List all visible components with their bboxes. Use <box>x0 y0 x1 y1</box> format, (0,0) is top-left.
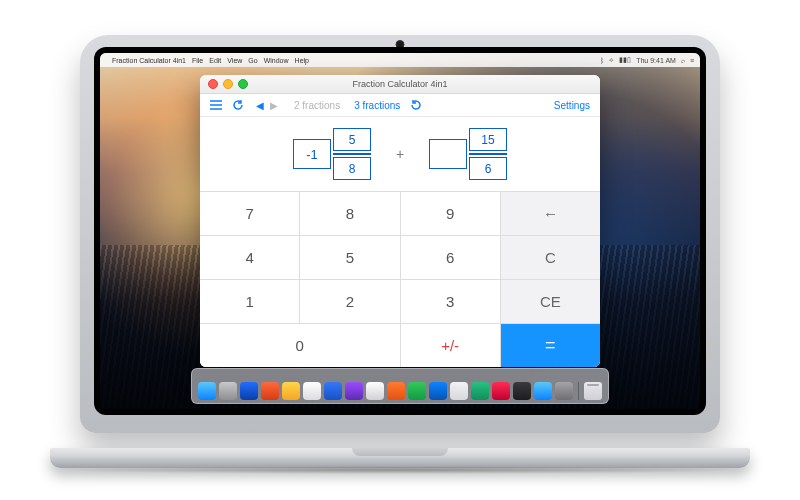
right-whole-input[interactable] <box>429 139 467 169</box>
app-toolbar: ◀ ▶ 2 fractions 3 fractions Set <box>200 94 600 117</box>
dock-app-7[interactable] <box>345 382 363 400</box>
dock-app-2[interactable] <box>240 382 258 400</box>
key-2[interactable]: 2 <box>300 280 399 323</box>
battery-icon[interactable]: ▮▮▯ <box>619 56 631 64</box>
dock-separator <box>578 382 579 400</box>
left-denominator-input[interactable]: 8 <box>333 157 371 180</box>
laptop-base <box>50 448 750 468</box>
menubar-clock[interactable]: Thu 9:41 AM <box>636 57 676 64</box>
laptop-lid: Fraction Calculator 4in1 File Edit View … <box>80 35 720 433</box>
menubar-item-help[interactable]: Help <box>295 57 309 64</box>
key-9[interactable]: 9 <box>401 192 500 235</box>
menubar-item-view[interactable]: View <box>227 57 242 64</box>
dock-app-17[interactable] <box>555 382 573 400</box>
window-titlebar[interactable]: Fraction Calculator 4in1 <box>200 75 600 94</box>
history-forward-icon: ▶ <box>268 99 280 111</box>
dock-app-6[interactable] <box>324 382 342 400</box>
mode-2-fractions[interactable]: 2 fractions <box>294 100 340 111</box>
key-plus-minus[interactable]: +/- <box>401 324 500 367</box>
key-clear-entry[interactable]: CE <box>501 280 600 323</box>
dock-app-8[interactable] <box>366 382 384 400</box>
wifi-icon[interactable]: ⟡ <box>609 56 614 64</box>
dock <box>191 368 609 404</box>
right-numerator-input[interactable]: 15 <box>469 128 507 151</box>
key-equals[interactable]: = <box>501 324 600 367</box>
macbook-frame: Fraction Calculator 4in1 File Edit View … <box>80 35 720 465</box>
menubar-item-edit[interactable]: Edit <box>209 57 221 64</box>
menubar-item-file[interactable]: File <box>192 57 203 64</box>
keypad: 7 8 9 ← 4 5 6 C 1 2 3 CE 0 <box>200 191 600 367</box>
key-8[interactable]: 8 <box>300 192 399 235</box>
expression-area: -1 5 8 + 15 <box>200 117 600 191</box>
menu-icon[interactable] <box>210 100 222 110</box>
fraction-bar <box>469 153 507 155</box>
dock-app-10[interactable] <box>408 382 426 400</box>
key-clear[interactable]: C <box>501 236 600 279</box>
screen: Fraction Calculator 4in1 File Edit View … <box>100 53 700 409</box>
fraction-right: 15 6 <box>429 128 507 180</box>
dock-app-1[interactable] <box>219 382 237 400</box>
screen-bezel: Fraction Calculator 4in1 File Edit View … <box>94 47 706 415</box>
laptop-shadow <box>60 466 740 474</box>
bluetooth-icon[interactable]: ᛒ <box>600 57 604 64</box>
refresh-icon[interactable] <box>232 99 244 111</box>
dock-app-9[interactable] <box>387 382 405 400</box>
laptop-notch <box>352 448 448 456</box>
app-window: Fraction Calculator 4in1 ◀ ▶ <box>200 75 600 367</box>
dock-app-4[interactable] <box>282 382 300 400</box>
dock-app-13[interactable] <box>471 382 489 400</box>
window-title: Fraction Calculator 4in1 <box>200 79 600 89</box>
key-3[interactable]: 3 <box>401 280 500 323</box>
key-backspace[interactable]: ← <box>501 192 600 235</box>
macos-menubar: Fraction Calculator 4in1 File Edit View … <box>100 53 700 67</box>
fraction-left: -1 5 8 <box>293 128 371 180</box>
key-0[interactable]: 0 <box>200 324 400 367</box>
settings-link[interactable]: Settings <box>554 100 590 111</box>
key-7[interactable]: 7 <box>200 192 299 235</box>
left-numerator-input[interactable]: 5 <box>333 128 371 151</box>
key-4[interactable]: 4 <box>200 236 299 279</box>
history-back-icon[interactable]: ◀ <box>254 99 266 111</box>
dock-app-15[interactable] <box>513 382 531 400</box>
mode-3-fractions[interactable]: 3 fractions <box>354 100 400 111</box>
fraction-bar <box>333 153 371 155</box>
operator-button[interactable]: + <box>389 143 411 165</box>
dock-app-11[interactable] <box>429 382 447 400</box>
dock-app-5[interactable] <box>303 382 321 400</box>
key-5[interactable]: 5 <box>300 236 399 279</box>
left-whole-input[interactable]: -1 <box>293 139 331 169</box>
menubar-item-window[interactable]: Window <box>264 57 289 64</box>
trash-icon[interactable] <box>584 382 602 400</box>
dock-app-0[interactable] <box>198 382 216 400</box>
notification-center-icon[interactable]: ≡ <box>690 57 694 64</box>
menubar-app-name[interactable]: Fraction Calculator 4in1 <box>112 57 186 64</box>
dock-app-12[interactable] <box>450 382 468 400</box>
key-6[interactable]: 6 <box>401 236 500 279</box>
dock-app-14[interactable] <box>492 382 510 400</box>
dock-app-3[interactable] <box>261 382 279 400</box>
menubar-item-go[interactable]: Go <box>248 57 257 64</box>
spotlight-icon[interactable]: ⌕ <box>681 57 685 64</box>
key-1[interactable]: 1 <box>200 280 299 323</box>
undo-icon[interactable] <box>410 99 422 111</box>
dock-app-16[interactable] <box>534 382 552 400</box>
right-denominator-input[interactable]: 6 <box>469 157 507 180</box>
